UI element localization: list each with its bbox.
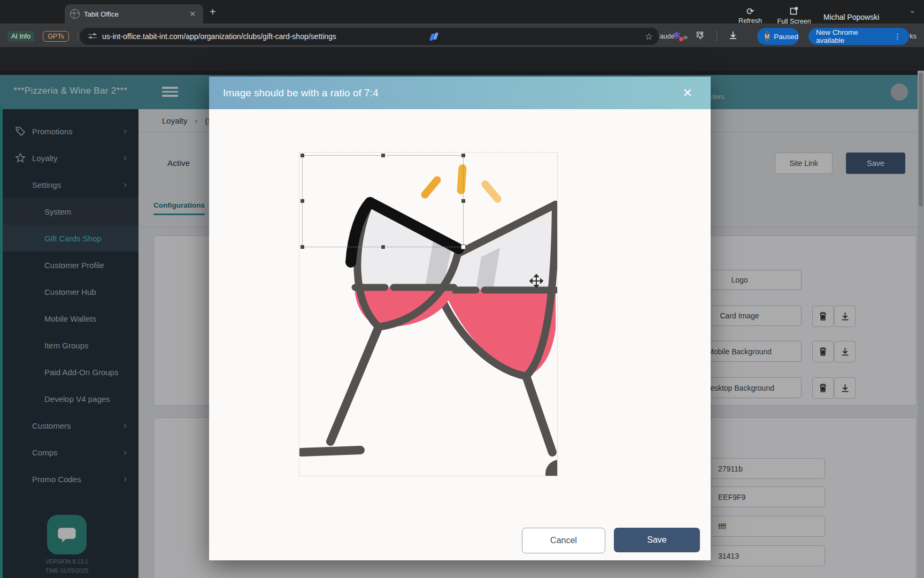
toolbar-divider bbox=[717, 30, 717, 42]
cancel-button[interactable]: Cancel bbox=[522, 528, 605, 553]
crop-handle-middle-right[interactable] bbox=[461, 199, 466, 203]
tab-favicon-globe-icon bbox=[70, 9, 80, 19]
modal-save-button[interactable]: Save bbox=[614, 528, 700, 552]
full-screen-icon bbox=[771, 6, 817, 18]
blue-arrows-icon bbox=[430, 33, 438, 41]
move-cursor-icon bbox=[529, 274, 543, 288]
site-info-icon[interactable] bbox=[88, 33, 97, 40]
full-screen-button[interactable]: Full Screen bbox=[771, 6, 817, 25]
crop-handle-top-middle[interactable] bbox=[381, 153, 386, 158]
modal-header: Image should be with a ratio of 7:4 ✕ bbox=[209, 77, 711, 109]
new-tab-button[interactable]: + bbox=[210, 6, 216, 17]
new-chrome-available-pill[interactable]: New Chrome available ⋮ bbox=[808, 28, 909, 45]
claude-extension-icon[interactable]: ✻ bbox=[673, 31, 682, 41]
bookmark-star-icon[interactable]: ☆ bbox=[645, 31, 653, 42]
profile-avatar: M bbox=[765, 31, 769, 42]
crop-handle-bottom-left[interactable] bbox=[300, 245, 305, 249]
modal-close-icon[interactable]: ✕ bbox=[679, 84, 697, 102]
address-bar[interactable]: us-int-office.tabit-int.com/app/organiza… bbox=[80, 28, 659, 45]
image-crop-modal: Image should be with a ratio of 7:4 ✕ bbox=[209, 77, 711, 560]
profile-paused-pill[interactable]: M Paused bbox=[757, 28, 799, 45]
crop-handle-bottom-right[interactable] bbox=[461, 245, 466, 249]
bookmarks-overflow-icon[interactable]: » bbox=[683, 32, 688, 41]
crop-handle-bottom-middle[interactable] bbox=[381, 245, 386, 249]
tab-search-icon[interactable]: ⌄ bbox=[909, 5, 916, 15]
crop-handle-top-right[interactable] bbox=[461, 153, 466, 158]
downloads-icon[interactable] bbox=[728, 31, 738, 40]
refresh-button[interactable]: ⟳ Refresh bbox=[734, 6, 767, 25]
browser-tab[interactable]: Tabit Office ✕ bbox=[65, 4, 203, 24]
modal-footer: Cancel Save bbox=[522, 528, 700, 553]
refresh-icon: ⟳ bbox=[734, 6, 767, 17]
bookmark-zapier[interactable] bbox=[430, 33, 438, 41]
crop-handle-top-left[interactable] bbox=[300, 153, 305, 158]
tab-close-icon[interactable]: ✕ bbox=[187, 9, 198, 19]
extensions-puzzle-icon[interactable] bbox=[696, 31, 705, 40]
crop-selection-rect[interactable] bbox=[302, 155, 464, 247]
bookmark-gpts[interactable]: GPTs bbox=[43, 31, 69, 42]
update-label: New Chrome available bbox=[816, 28, 889, 44]
paused-label: Paused bbox=[774, 33, 798, 41]
modal-title: Image should be with a ratio of 7:4 bbox=[223, 87, 378, 99]
bookmarks-divider bbox=[78, 31, 78, 42]
crop-handle-middle-left[interactable] bbox=[300, 199, 305, 203]
url-text: us-int-office.tabit-int.com/app/organiza… bbox=[102, 32, 336, 41]
tab-title: Tabit Office bbox=[84, 10, 187, 18]
kebab-menu-icon[interactable]: ⋮ bbox=[894, 32, 902, 41]
sparkle-right bbox=[480, 179, 503, 204]
bookmark-ai-info[interactable]: AI Info bbox=[7, 31, 34, 42]
user-name[interactable]: Michal Popowski bbox=[823, 13, 879, 21]
